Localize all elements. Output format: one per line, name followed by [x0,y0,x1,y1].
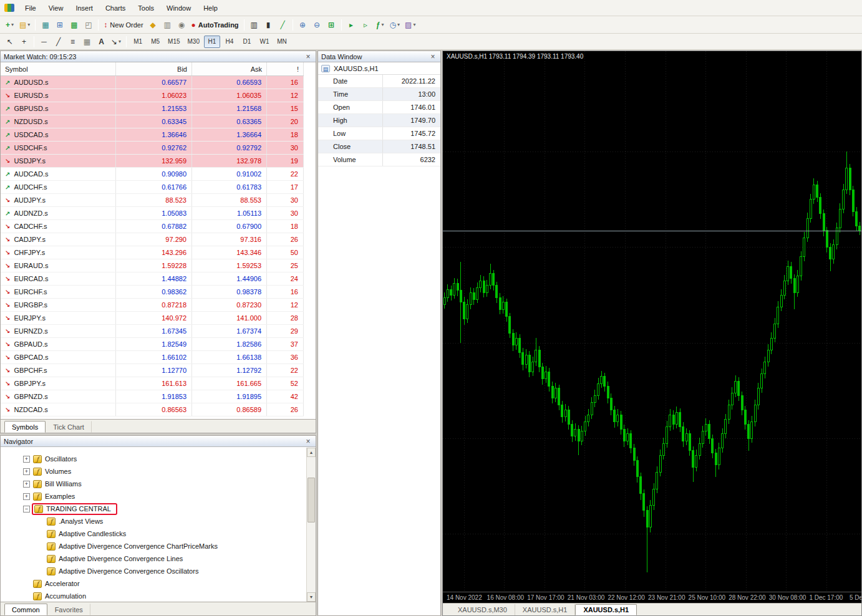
chevron-down-icon[interactable]: ▾ [119,39,121,44]
new-order-button[interactable]: ↕New Order [101,18,145,32]
navigator-header[interactable]: Navigator × [1,436,316,447]
market-watch-row[interactable]: ↗USDCHF.s0.927620.9279230 [1,142,304,155]
timeframe-h4-button[interactable]: H4 [221,36,238,48]
market-watch-row[interactable]: ↗AUDCHF.s0.617660.6178317 [1,181,304,194]
auto-scroll-button[interactable]: ▸ [344,18,359,32]
expand-icon[interactable]: + [23,481,30,488]
navigator-item-accumulation[interactable]: ƒAccumulation [1,590,306,602]
market-watch-row[interactable]: ↗AUDCAD.s0.909800.9100222 [1,168,304,181]
horizontal-line-tool-button[interactable]: ─ [37,35,51,49]
expand-icon[interactable]: + [23,468,30,475]
chart-shift-button[interactable]: ▹ [359,18,373,32]
market-watch-row[interactable]: ↘EURNZD.s1.673451.6737429 [1,325,304,338]
market-watch-row[interactable]: ↘EURGBP.s0.872180.8723012 [1,299,304,312]
column-ask[interactable]: Ask [192,62,267,75]
chart-panel[interactable]: XAUUSD.s,H1 1793.11 1794.39 1793.11 1793… [442,51,862,616]
market-watch-row[interactable]: ↘CHFJPY.s143.296143.34650 [1,246,304,259]
market-watch-row[interactable]: ↗GBPUSD.s1.215531.2156815 [1,102,304,115]
market-watch-row[interactable]: ↘EURJPY.s140.972141.00028 [1,312,304,325]
timeframe-m30-button[interactable]: M30 [185,36,203,48]
menu-window[interactable]: Window [160,1,197,15]
timeframe-m5-button[interactable]: M5 [147,36,163,48]
market-watch-row[interactable]: ↘GBPCHF.s1.127701.1279222 [1,364,304,377]
market-watch-row[interactable]: ↘EURCAD.s1.448821.4490624 [1,272,304,286]
close-icon[interactable]: × [304,52,312,61]
market-watch-row[interactable]: ↘CADJPY.s97.29097.31626 [1,233,304,246]
market-watch-row[interactable]: ↘GBPAUD.s1.825491.8258637 [1,338,304,351]
chart-tab-1[interactable]: XAUUSD.s,H1 [515,604,576,615]
fibonacci-tool-button[interactable]: ≡ [65,35,80,49]
indicators-button[interactable]: ƒ▾ [373,18,387,32]
tab-common[interactable]: Common [4,604,47,615]
market-watch-row[interactable]: ↗USDCAD.s1.366461.3666418 [1,128,304,142]
market-watch-row[interactable]: ↘NZDCAD.s0.865630.8658926 [1,403,304,416]
navigator-item-volumes[interactable]: +ƒVolumes [1,465,306,478]
arrows-tool-button[interactable]: ↘▾ [109,35,123,49]
market-watch-row[interactable]: ↘GBPJPY.s161.613161.66552 [1,377,304,390]
navigator-item-oscillators[interactable]: +ƒOscillators [1,453,306,465]
menu-charts[interactable]: Charts [99,1,132,15]
column-symbol[interactable]: Symbol [1,62,116,75]
chevron-down-icon[interactable]: ▾ [397,22,400,27]
print-button[interactable]: ▥ [160,18,175,32]
data-window-header[interactable]: Data Window × [318,51,440,62]
tile-windows-button[interactable]: ⊞ [324,18,339,32]
column-spread[interactable]: ! [267,62,304,75]
zoom-out-button[interactable]: ⊖ [310,18,324,32]
scrollbar-thumb[interactable] [308,478,315,522]
menu-view[interactable]: View [42,1,70,15]
text-tool-button[interactable]: A [94,35,109,49]
market-watch-row[interactable]: ↗NZDUSD.s0.633450.6336520 [1,115,304,128]
profiles-button[interactable]: ▤▾ [17,18,32,32]
market-watch-toggle[interactable]: ▦ [38,18,52,32]
market-watch-row[interactable]: ↘GBPNZD.s1.918531.9189542 [1,390,304,403]
trendline-tool-button[interactable]: ╱ [51,35,65,49]
data-window-toggle[interactable]: ⊞ [52,18,67,32]
new-chart-button[interactable]: +▾ [2,18,17,32]
expand-icon[interactable]: + [23,456,30,463]
market-watch-row[interactable]: ↘AUDJPY.s88.52388.55330 [1,194,304,207]
market-watch-header[interactable]: Market Watch: 09:15:23 × [1,51,316,62]
market-watch-row[interactable]: ↘USDJPY.s132.959132.97819 [1,155,304,168]
market-watch-row[interactable]: ↗AUDNZD.s1.050831.0511330 [1,207,304,220]
market-watch-row[interactable]: ↘CADCHF.s0.678820.6790018 [1,220,304,233]
alerts-button[interactable]: ◆ [146,18,160,32]
collapse-icon[interactable]: − [23,506,30,513]
navigator-item-adaptive-divergence-convergence-lines[interactable]: ƒAdaptive Divergence Convergence Lines [1,552,306,565]
chart-tab-0[interactable]: XAUUSD.s,M30 [450,604,515,615]
chevron-down-icon[interactable]: ▾ [381,22,384,27]
chevron-down-icon[interactable]: ▾ [27,22,30,27]
navigator-item-trading-central[interactable]: −ƒTRADING CENTRAL [1,503,306,515]
market-watch-row[interactable]: ↘EURUSD.s1.060231.0603512 [1,89,304,102]
navigator-item-analyst-views[interactable]: ƒ.Analyst Views [1,515,306,527]
expand-icon[interactable]: + [23,493,30,500]
templates-button[interactable]: ▨▾ [402,18,418,32]
chevron-down-icon[interactable]: ▾ [413,22,415,27]
navigator-item-adaptive-divergence-convergence-chartpricemarks[interactable]: ƒAdaptive Divergence Convergence ChartPr… [1,540,306,552]
menu-file[interactable]: File [19,1,42,15]
menu-help[interactable]: Help [197,1,224,15]
timeframe-w1-button[interactable]: W1 [256,36,273,48]
tab-favorites[interactable]: Favorites [47,604,90,615]
market-watch-row[interactable]: ↘EURAUD.s1.592281.5925325 [1,259,304,272]
timeframe-m1-button[interactable]: M1 [130,36,146,48]
navigator-item-adaptive-candlesticks[interactable]: ƒAdaptive Candlesticks [1,527,306,540]
market-watch-row[interactable]: ↘GBPCAD.s1.661021.6613836 [1,351,304,364]
navigator-toggle[interactable]: ▩ [67,18,81,32]
menu-tools[interactable]: Tools [132,1,160,15]
terminal-toggle[interactable]: ◰ [81,18,95,32]
grid-tool-button[interactable]: ▦ [80,35,94,49]
timeframe-d1-button[interactable]: D1 [239,36,255,48]
navigator-item-adaptive-divergence-convergence-oscillators[interactable]: ƒAdaptive Divergence Convergence Oscilla… [1,565,306,577]
bar-chart-button[interactable]: ▥ [247,18,261,32]
close-icon[interactable]: × [304,437,312,446]
timeframe-mn-button[interactable]: MN [274,36,290,48]
chart-tab-2[interactable]: XAUUSD.s,H1 [575,604,637,615]
navigator-item-accelerator[interactable]: ƒAccelerator [1,577,306,590]
column-bid[interactable]: Bid [116,62,192,75]
navigator-item-examples[interactable]: +ƒExamples [1,490,306,503]
autotrading-button[interactable]: ●AutoTrading [189,18,241,32]
timeframe-m15-button[interactable]: M15 [165,36,183,48]
menu-insert[interactable]: Insert [69,1,99,15]
timeframe-h1-button[interactable]: H1 [204,36,220,48]
